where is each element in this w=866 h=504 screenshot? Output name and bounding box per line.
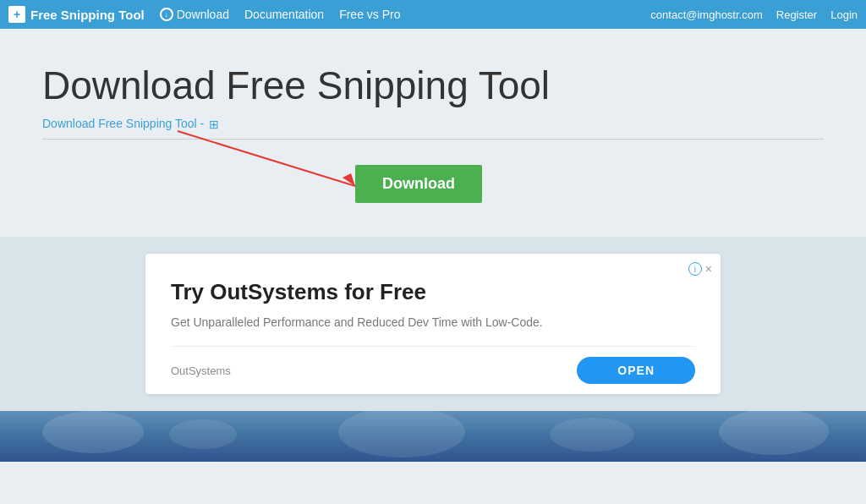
windows-icon — [209, 118, 222, 129]
ad-footer: OutSystems OPEN — [171, 346, 695, 394]
brand-icon: + — [8, 6, 25, 23]
nav-freevspro-label: Free vs Pro — [339, 8, 400, 21]
page-title: Download Free Snipping Tool — [42, 63, 824, 108]
ad-brand-name: OutSystems — [171, 364, 231, 377]
nav-login[interactable]: Login — [830, 8, 858, 21]
close-icon[interactable]: × — [705, 262, 712, 276]
nav-right: contact@imghostr.com Register Login — [650, 8, 858, 21]
ad-description: Get Unparalleled Performance and Reduced… — [171, 315, 695, 329]
cloud-background — [0, 411, 866, 462]
subtitle-link[interactable]: Download Free Snipping Tool - — [42, 117, 824, 130]
nav-register[interactable]: Register — [776, 8, 817, 21]
ad-open-button[interactable]: OPEN — [577, 357, 695, 384]
brand[interactable]: + Free Snipping Tool — [8, 6, 145, 23]
divider — [42, 139, 824, 140]
brand-label: Free Snipping Tool — [30, 8, 145, 22]
nav-documentation-link[interactable]: Documentation — [244, 8, 324, 21]
nav-email[interactable]: contact@imghostr.com — [650, 8, 762, 21]
nav-download-label: Download — [177, 8, 229, 21]
nav-download-link[interactable]: ↓ Download — [160, 8, 229, 21]
nav-documentation-label: Documentation — [244, 8, 324, 21]
ad-title: Try OutSystems for Free — [171, 279, 695, 305]
info-icon: i — [688, 262, 702, 276]
nav-freevspro-link[interactable]: Free vs Pro — [339, 8, 400, 21]
ad-info-close[interactable]: i × — [688, 262, 712, 276]
ad-card: i × Try OutSystems for Free Get Unparall… — [145, 254, 721, 394]
download-area: Download — [355, 165, 824, 203]
ad-section: i × Try OutSystems for Free Get Unparall… — [0, 237, 866, 411]
download-button[interactable]: Download — [355, 165, 482, 203]
svg-marker-1 — [343, 173, 355, 186]
subtitle-link-text: Download Free Snipping Tool - — [42, 117, 204, 130]
navbar: + Free Snipping Tool ↓ Download Document… — [0, 0, 866, 29]
main-content: Download Free Snipping Tool Download Fre… — [0, 29, 866, 237]
bottom-image-strip — [0, 411, 866, 462]
download-circle-icon: ↓ — [160, 8, 173, 21]
nav-left: + Free Snipping Tool ↓ Download Document… — [8, 6, 401, 23]
